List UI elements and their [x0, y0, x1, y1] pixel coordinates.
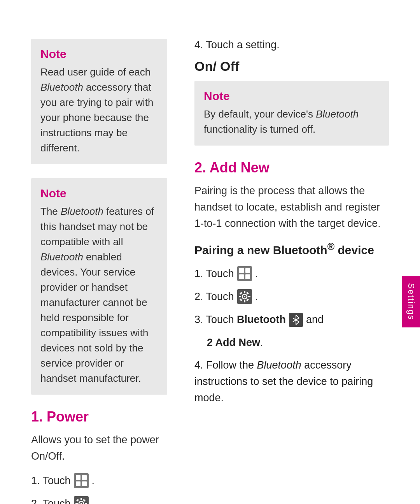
right-step2-period: .: [255, 288, 258, 305]
right-step2: 2. Touch .: [194, 288, 389, 305]
note3-text: By default, your device's Bluetooth func…: [204, 107, 380, 137]
svg-point-30: [244, 296, 245, 297]
on-off-heading: On/ Off: [194, 59, 389, 74]
note-box-1: Note Read user guide of each Bluetooth a…: [31, 39, 167, 164]
svg-rect-1: [76, 475, 80, 480]
left-step2: 2. Touch .: [31, 495, 167, 504]
right-step3-bold2: 2 Add New.: [207, 334, 263, 351]
svg-rect-33: [239, 296, 241, 297]
svg-rect-27: [245, 274, 250, 279]
grid-icon-2: [237, 266, 252, 281]
svg-rect-3: [76, 481, 80, 486]
svg-rect-8: [80, 498, 82, 500]
note1-text: Read user guide of each Bluetooth access…: [40, 65, 158, 156]
note1-title: Note: [40, 47, 158, 61]
svg-rect-24: [239, 268, 244, 273]
section2-body: Pairing is the process that allows the h…: [194, 183, 389, 232]
right-step3-and: and: [306, 311, 324, 328]
grid-icon-1: [74, 473, 89, 488]
sidebar-label: Settings: [406, 283, 416, 320]
right-step1-label: 1. Touch: [194, 265, 234, 282]
right-step3-text: 3. Touch Bluetooth: [194, 311, 286, 328]
settings-icon-1: [74, 496, 89, 504]
right-step4-text: 4. Follow the Bluetooth accessory instru…: [194, 357, 389, 406]
right-step1-period: .: [255, 265, 258, 282]
left-step1-label: 1. Touch: [31, 472, 71, 489]
settings-icon-2: [237, 289, 252, 304]
svg-rect-25: [245, 268, 250, 273]
note2-title: Note: [40, 187, 158, 200]
section1-title: 1. Power: [31, 409, 167, 425]
section2-title: 2. Add New: [194, 160, 389, 176]
left-column: Note Read user guide of each Bluetooth a…: [0, 23, 179, 504]
svg-rect-2: [82, 475, 87, 480]
left-step1: 1. Touch .: [31, 472, 167, 489]
svg-rect-34: [248, 296, 250, 297]
note2-text: The Bluetooth features of this handset m…: [40, 204, 158, 386]
svg-rect-4: [82, 481, 87, 486]
subsection-title: Pairing a new Bluetooth® device: [194, 240, 389, 258]
right-column: 4. Touch a setting. On/ Off Note By defa…: [179, 23, 420, 504]
right-step3-cont: 2 Add New.: [194, 334, 389, 351]
note-box-3: Note By default, your device's Bluetooth…: [194, 81, 389, 146]
section1-body: Allows you to set the power On/Off.: [31, 432, 167, 465]
right-step3: 3. Touch Bluetooth and: [194, 311, 389, 328]
left-step1-period: .: [92, 472, 95, 489]
bluetooth-icon-2: [289, 313, 303, 327]
left-step2-period: .: [92, 495, 95, 504]
right-step1: 1. Touch .: [194, 265, 389, 282]
sidebar-tab: Settings: [402, 276, 420, 327]
svg-rect-26: [239, 274, 244, 279]
svg-rect-32: [244, 300, 245, 302]
right-step2-label: 2. Touch: [194, 288, 234, 305]
right-step4: 4. Follow the Bluetooth accessory instru…: [194, 357, 389, 406]
svg-rect-31: [244, 291, 245, 293]
left-step2-label: 2. Touch: [31, 495, 71, 504]
touch-setting: 4. Touch a setting.: [194, 39, 389, 51]
note3-title: Note: [204, 90, 380, 103]
note-box-2: Note The Bluetooth features of this hand…: [31, 178, 167, 395]
